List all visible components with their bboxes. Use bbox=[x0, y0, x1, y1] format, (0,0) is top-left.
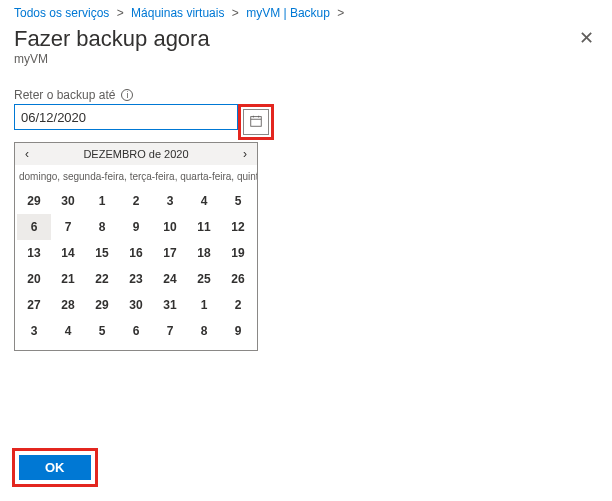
calendar-day[interactable]: 11 bbox=[187, 214, 221, 240]
calendar-day[interactable]: 6 bbox=[119, 318, 153, 344]
breadcrumb-sep: > bbox=[232, 6, 239, 20]
calendar-day[interactable]: 15 bbox=[85, 240, 119, 266]
calendar-day[interactable]: 9 bbox=[119, 214, 153, 240]
calendar-button-highlight bbox=[238, 104, 274, 140]
calendar-day[interactable]: 1 bbox=[187, 292, 221, 318]
calendar-day[interactable]: 26 bbox=[221, 266, 255, 292]
breadcrumb-item-vms[interactable]: Máquinas virtuais bbox=[131, 6, 224, 20]
calendar-day[interactable]: 12 bbox=[221, 214, 255, 240]
calendar-day[interactable]: 27 bbox=[17, 292, 51, 318]
calendar-icon bbox=[249, 114, 263, 131]
info-icon[interactable]: i bbox=[121, 89, 133, 101]
calendar-day[interactable]: 17 bbox=[153, 240, 187, 266]
calendar-button[interactable] bbox=[243, 109, 269, 135]
breadcrumb-sep: > bbox=[117, 6, 124, 20]
calendar-day[interactable]: 4 bbox=[51, 318, 85, 344]
breadcrumb-item-vm-backup[interactable]: myVM | Backup bbox=[246, 6, 330, 20]
calendar-day[interactable]: 3 bbox=[17, 318, 51, 344]
breadcrumb-sep: > bbox=[337, 6, 344, 20]
calendar-day[interactable]: 30 bbox=[51, 188, 85, 214]
calendar-day[interactable]: 1 bbox=[85, 188, 119, 214]
calendar-day[interactable]: 23 bbox=[119, 266, 153, 292]
calendar-day[interactable]: 24 bbox=[153, 266, 187, 292]
ok-button[interactable]: OK bbox=[19, 455, 91, 480]
breadcrumb: Todos os serviços > Máquinas virtuais > … bbox=[0, 0, 612, 20]
calendar-day[interactable]: 7 bbox=[51, 214, 85, 240]
calendar-day[interactable]: 22 bbox=[85, 266, 119, 292]
calendar-day[interactable]: 9 bbox=[221, 318, 255, 344]
calendar-day[interactable]: 8 bbox=[85, 214, 119, 240]
calendar-prev-month[interactable]: ‹ bbox=[21, 147, 33, 161]
page-subtitle: myVM bbox=[0, 52, 612, 66]
calendar-day[interactable]: 21 bbox=[51, 266, 85, 292]
ok-button-highlight: OK bbox=[12, 448, 98, 487]
calendar-day[interactable]: 31 bbox=[153, 292, 187, 318]
calendar-day[interactable]: 2 bbox=[119, 188, 153, 214]
calendar-popup: ‹ DEZEMBRO de 2020 › domingo, segunda-fe… bbox=[14, 142, 258, 351]
calendar-day[interactable]: 5 bbox=[85, 318, 119, 344]
calendar-next-month[interactable]: › bbox=[239, 147, 251, 161]
close-icon[interactable]: ✕ bbox=[575, 25, 598, 51]
calendar-day[interactable]: 20 bbox=[17, 266, 51, 292]
page-title: Fazer backup agora bbox=[14, 26, 210, 52]
calendar-grid: 2930123456789101112131415161718192021222… bbox=[15, 186, 257, 350]
calendar-day[interactable]: 13 bbox=[17, 240, 51, 266]
calendar-day[interactable]: 30 bbox=[119, 292, 153, 318]
calendar-day[interactable]: 29 bbox=[85, 292, 119, 318]
calendar-day[interactable]: 2 bbox=[221, 292, 255, 318]
calendar-day[interactable]: 29 bbox=[17, 188, 51, 214]
calendar-month-label: DEZEMBRO de 2020 bbox=[83, 148, 188, 160]
calendar-day[interactable]: 3 bbox=[153, 188, 187, 214]
calendar-day[interactable]: 14 bbox=[51, 240, 85, 266]
calendar-day[interactable]: 6 bbox=[17, 214, 51, 240]
calendar-day[interactable]: 10 bbox=[153, 214, 187, 240]
calendar-day[interactable]: 18 bbox=[187, 240, 221, 266]
calendar-weekdays: domingo, segunda-feira, terça-feira, qua… bbox=[15, 165, 257, 186]
retain-until-input[interactable] bbox=[14, 104, 238, 130]
calendar-day[interactable]: 7 bbox=[153, 318, 187, 344]
calendar-day[interactable]: 4 bbox=[187, 188, 221, 214]
calendar-day[interactable]: 19 bbox=[221, 240, 255, 266]
calendar-day[interactable]: 25 bbox=[187, 266, 221, 292]
svg-rect-0 bbox=[251, 116, 262, 126]
calendar-day[interactable]: 16 bbox=[119, 240, 153, 266]
retain-until-label: Reter o backup até bbox=[14, 88, 115, 102]
calendar-day[interactable]: 28 bbox=[51, 292, 85, 318]
calendar-day[interactable]: 8 bbox=[187, 318, 221, 344]
calendar-day[interactable]: 5 bbox=[221, 188, 255, 214]
breadcrumb-item-services[interactable]: Todos os serviços bbox=[14, 6, 109, 20]
